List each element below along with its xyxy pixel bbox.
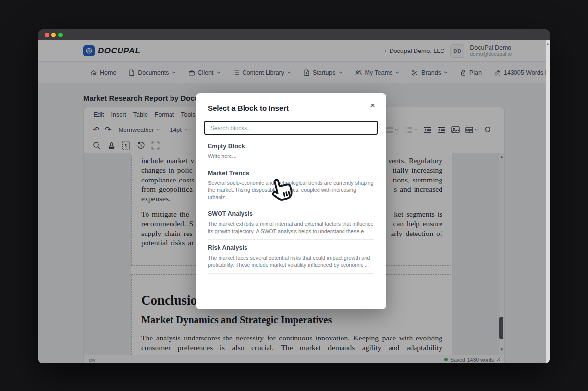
desktop-background: DOCUPAL Docupal Demo, LLC DD DocuPal Dem… [0, 0, 588, 391]
window-titlebar [38, 29, 550, 40]
minimize-window-button[interactable] [51, 33, 56, 37]
insert-block-modal: Select a Block to Insert × Empty Block W… [196, 93, 386, 309]
close-icon[interactable]: × [370, 100, 375, 111]
modal-title: Select a Block to Insert [208, 104, 289, 112]
browser-scroll-up-icon: ▲ [546, 42, 549, 45]
close-window-button[interactable] [45, 33, 49, 37]
zoom-window-button[interactable] [58, 33, 63, 37]
block-list: Empty Block Write here... Market Trends … [208, 138, 374, 274]
block-option-risk-analysis[interactable]: Risk Analysis The market faces several p… [208, 240, 374, 274]
browser-scrollbar[interactable]: ▲ [546, 40, 550, 363]
block-option-swot-analysis[interactable]: SWOT Analysis The market exhibits a mix … [208, 206, 374, 240]
search-input[interactable] [204, 121, 378, 135]
block-option-empty-block[interactable]: Empty Block Write here... [208, 138, 374, 165]
